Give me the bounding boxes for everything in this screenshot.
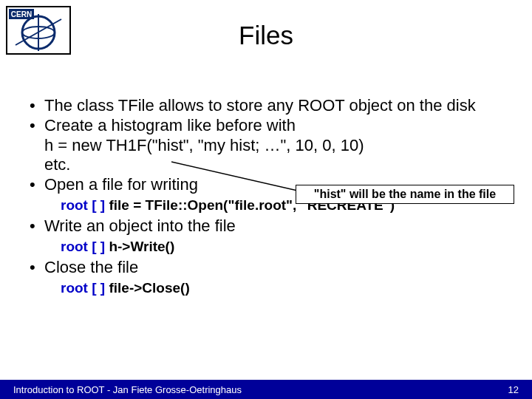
footer-left: Introduction to ROOT - Jan Fiete Grosse-… — [13, 384, 242, 395]
bullet-text: The class TFile allows to store any ROOT… — [44, 96, 517, 116]
callout-box: "hist" will be the name in the file — [296, 185, 514, 204]
bullet-dot: • — [30, 216, 44, 236]
bullet-text: Create a histogram like before with h = … — [44, 116, 517, 175]
bullet-line: Create a histogram like before with — [44, 116, 296, 134]
prompt-prefix: root [ ] — [61, 239, 105, 254]
code-inline: h = new TH1F("hist", "my hist; …", 10, 0… — [44, 136, 364, 154]
code-text: h->Write() — [105, 239, 174, 254]
bullet-dot: • — [30, 258, 44, 278]
bullet-dot: • — [30, 116, 44, 175]
footer-page-number: 12 — [508, 384, 519, 395]
code-line: root [ ] file->Close() — [61, 279, 517, 296]
slide-title: Files — [0, 21, 532, 50]
prompt-prefix: root [ ] — [61, 197, 105, 213]
code-line: root [ ] h->Write() — [61, 238, 517, 255]
bullet-text: Write an object into the file — [44, 216, 517, 236]
code-text: file->Close() — [105, 280, 190, 296]
bullet-item: • Create a histogram like before with h … — [30, 116, 517, 175]
bullet-item: • Write an object into the file — [30, 216, 517, 236]
slide-footer: Introduction to ROOT - Jan Fiete Grosse-… — [0, 380, 532, 399]
bullet-item: • Close the file — [30, 258, 517, 278]
logo-text: CERN — [11, 10, 32, 18]
bullet-dot: • — [30, 175, 44, 195]
bullet-dot: • — [30, 96, 44, 116]
prompt-prefix: root [ ] — [61, 280, 105, 296]
bullet-item: • The class TFile allows to store any RO… — [30, 96, 517, 116]
bullet-line: etc. — [44, 155, 70, 174]
bullet-text: Close the file — [44, 258, 517, 278]
